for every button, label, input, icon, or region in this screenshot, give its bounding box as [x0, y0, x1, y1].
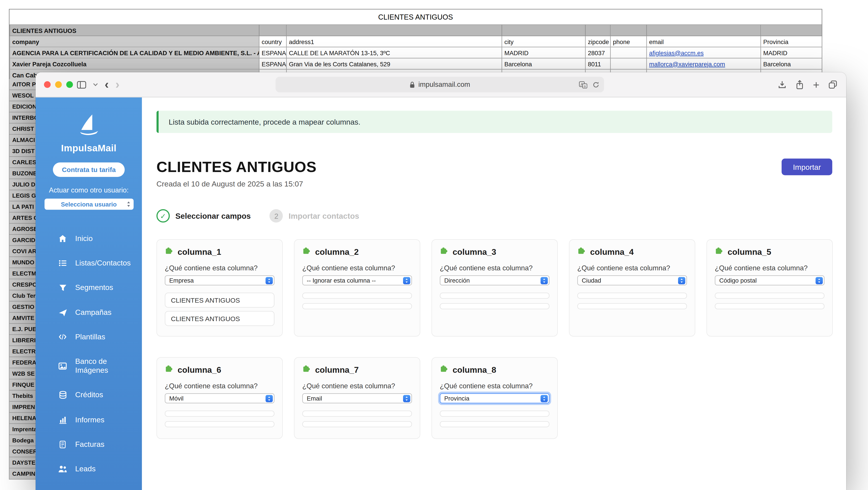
- sheet-cell[interactable]: [585, 25, 611, 36]
- column-question: ¿Qué contiene esta columna?: [715, 264, 825, 272]
- step-2[interactable]: 2Importar contactos: [270, 209, 359, 223]
- sheet-cell[interactable]: [610, 25, 647, 36]
- card-header: columna_8: [440, 364, 550, 374]
- column-header-cell[interactable]: address1: [286, 36, 502, 47]
- sheet-cell[interactable]: MADRID: [502, 47, 585, 58]
- column-header-cell[interactable]: phone: [610, 36, 647, 47]
- sidebar-item-label: Plantillas: [75, 332, 105, 341]
- column-mapping-select[interactable]: Dirección: [440, 275, 550, 286]
- sheet-cell[interactable]: CLIENTES ANTIGUOS: [10, 25, 259, 36]
- sheet-cell[interactable]: mallorca@xavierpareja.com: [647, 58, 761, 69]
- column-question: ¿Qué contiene esta columna?: [440, 382, 550, 390]
- sidebar-item-facturas[interactable]: Facturas: [36, 432, 142, 457]
- column-mapping-select[interactable]: Móvil: [165, 393, 275, 403]
- sample-values: [440, 411, 550, 432]
- column-mapping-select[interactable]: Provincia: [440, 393, 550, 403]
- reload-icon[interactable]: [592, 81, 600, 88]
- window-controls: [44, 81, 73, 88]
- image-icon: [58, 362, 67, 370]
- card-header: columna_3: [440, 247, 550, 257]
- column-mapping-select[interactable]: Código postal: [715, 275, 825, 286]
- back-button[interactable]: ‹: [105, 78, 108, 91]
- sidebar-item-label: Listas/Contactos: [75, 259, 131, 268]
- sheet-cell[interactable]: [286, 25, 502, 36]
- sheet-cell[interactable]: MADRID: [761, 47, 822, 58]
- browser-titlebar[interactable]: ‹ › impulsamail.com Aa: [36, 72, 846, 97]
- user-select[interactable]: Selecciona usuario: [44, 199, 133, 210]
- tab-overview-icon[interactable]: [828, 80, 837, 89]
- chevron-down-icon[interactable]: [93, 83, 98, 86]
- sheet-cell[interactable]: afiglesias@accm.es: [647, 47, 761, 58]
- sheet-cell[interactable]: CALLE DE LA MARATÓN 13-15, 3ºC: [286, 47, 502, 58]
- sidebar-item-campanas[interactable]: Campañas: [36, 300, 142, 325]
- sidebar-item-segmentos[interactable]: Segmentos: [36, 275, 142, 300]
- column-header-cell[interactable]: country: [259, 36, 287, 47]
- downloads-icon[interactable]: [778, 80, 787, 89]
- sheet-cell[interactable]: Barcelona: [761, 58, 822, 69]
- column-header-cell[interactable]: Provincia: [761, 36, 822, 47]
- card-header: columna_6: [165, 364, 275, 374]
- sheet-cell[interactable]: 8011: [585, 58, 611, 69]
- sample-value: [302, 421, 412, 427]
- zoom-window-button[interactable]: [66, 81, 73, 88]
- close-window-button[interactable]: [44, 81, 51, 88]
- sample-values: [440, 293, 550, 314]
- column-mapping-select[interactable]: Ciudad: [578, 275, 687, 286]
- sheet-cell[interactable]: [259, 25, 287, 36]
- column-name: columna_4: [590, 247, 634, 256]
- sidebar-item-inicio[interactable]: Inicio: [36, 227, 142, 251]
- sheet-cell[interactable]: 28037: [585, 47, 611, 58]
- sidebar-item-plantillas[interactable]: Plantillas: [36, 325, 142, 349]
- sheet-cell[interactable]: [647, 25, 761, 36]
- created-subtitle: Creada el 10 de August de 2025 a las 15:…: [157, 180, 317, 188]
- sheet-cell[interactable]: ESPANA: [259, 58, 287, 69]
- select-value: Código postal: [719, 277, 757, 284]
- sheet-cell[interactable]: AGENCIA PARA LA CERTIFICACIÓN DE LA CALI…: [10, 47, 259, 58]
- sample-value: [578, 293, 687, 299]
- minimize-window-button[interactable]: [55, 81, 62, 88]
- sample-value: CLIENTES ANTIGUOS: [165, 311, 275, 326]
- sidebar-item-informes[interactable]: Informes: [36, 407, 142, 432]
- sidebar-toggle-icon[interactable]: [77, 80, 86, 89]
- column-header-cell[interactable]: city: [502, 36, 585, 47]
- puzzle-icon: [165, 364, 173, 374]
- address-bar[interactable]: impulsamail.com Aa: [276, 77, 604, 92]
- sheet-cell[interactable]: [610, 47, 647, 58]
- sheet-cell[interactable]: ESPANA: [259, 47, 287, 58]
- puzzle-icon: [715, 247, 723, 257]
- translate-icon[interactable]: Aa: [579, 81, 587, 88]
- sheet-cell[interactable]: Barcelona: [502, 58, 585, 69]
- column-mapping-select[interactable]: -- Ignorar esta columna --: [302, 275, 412, 286]
- sidebar-item-creditos[interactable]: Créditos: [36, 383, 142, 407]
- sheet-cell[interactable]: Xavier Pareja Cozcolluela: [10, 58, 259, 69]
- import-button[interactable]: Importar: [782, 159, 832, 175]
- contract-plan-button[interactable]: Contrata tu tarifa: [53, 162, 125, 177]
- new-tab-button[interactable]: +: [813, 79, 819, 90]
- column-header-cell[interactable]: zipcode: [585, 36, 611, 47]
- column-header-cell[interactable]: company: [10, 36, 259, 47]
- column-mapping-select[interactable]: Email: [302, 393, 412, 403]
- sidebar-item-listas-contactos[interactable]: Listas/Contactos: [36, 251, 142, 275]
- success-alert: Lista subida correctamente, procede a ma…: [157, 111, 832, 133]
- step-1[interactable]: ✓Seleccionar campos: [157, 209, 251, 223]
- select-stepper-icon: [403, 395, 410, 402]
- email-link[interactable]: afiglesias@accm.es: [649, 49, 704, 56]
- funnel-icon: [58, 284, 67, 292]
- puzzle-icon: [578, 247, 586, 257]
- forward-button[interactable]: ›: [115, 78, 119, 91]
- browser-window: ‹ › impulsamail.com Aa: [36, 72, 846, 490]
- sidebar-item-banco-de-imagenes[interactable]: Banco de Imágenes: [36, 349, 142, 383]
- sidebar-item-leads[interactable]: Leads: [36, 457, 142, 481]
- sheet-cell[interactable]: Gran Via de les Corts Catalanes, 529: [286, 58, 502, 69]
- email-link[interactable]: mallorca@xavierpareja.com: [649, 60, 725, 67]
- column-question: ¿Qué contiene esta columna?: [302, 382, 412, 390]
- column-card-columna-8: columna_8¿Qué contiene esta columna?Prov…: [432, 357, 558, 439]
- sheet-cell[interactable]: [610, 58, 647, 69]
- sheet-cell[interactable]: [761, 25, 822, 36]
- sidebar-item-label: Créditos: [75, 391, 103, 400]
- column-name: columna_7: [315, 365, 359, 374]
- column-header-cell[interactable]: email: [647, 36, 761, 47]
- sheet-cell[interactable]: [502, 25, 585, 36]
- share-icon[interactable]: [796, 80, 804, 90]
- column-mapping-select[interactable]: Empresa: [165, 275, 275, 286]
